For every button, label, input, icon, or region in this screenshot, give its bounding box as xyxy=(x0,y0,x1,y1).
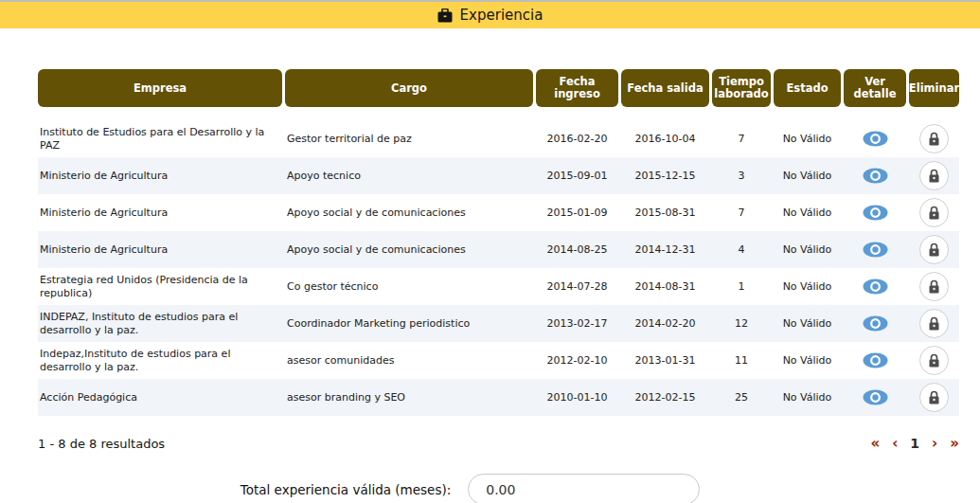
cell-tiempo-laborado: 12 xyxy=(712,314,771,334)
cell-eliminar xyxy=(909,120,959,157)
briefcase-icon xyxy=(437,9,453,23)
table-row: Ministerio de Agricultura Apoyo social y… xyxy=(38,194,959,231)
table-header-row: Empresa Cargo Fecha ingreso Fecha salida… xyxy=(38,69,959,107)
table-row: Ministerio de Agricultura Apoyo tecnico … xyxy=(38,157,959,194)
results-count-text: 1 - 8 de 8 resultados xyxy=(38,437,165,451)
column-header-ver-detalle: Ver detalle xyxy=(844,69,906,107)
cell-empresa: Estrategia red Unidos (Presidencia de la… xyxy=(38,270,282,304)
table-row: Acción Pedagógica asesor branding y SEO … xyxy=(38,379,959,416)
cell-fecha-salida: 2016-10-04 xyxy=(621,129,709,150)
cell-cargo: Co gestor técnico xyxy=(285,277,533,297)
cell-cargo: Gestor territorial de paz xyxy=(285,129,533,150)
eliminar-lock-button[interactable] xyxy=(919,161,949,190)
cell-cargo: Apoyo social y de comunicaciones xyxy=(285,240,533,260)
total-experience-input[interactable] xyxy=(468,474,700,503)
column-header-fecha-salida: Fecha salida xyxy=(621,69,709,107)
cell-empresa: Ministerio de Agricultura xyxy=(38,240,282,260)
eliminar-lock-button[interactable] xyxy=(919,124,949,153)
cell-ver-detalle xyxy=(844,164,906,188)
cell-fecha-ingreso: 2014-08-25 xyxy=(536,240,618,260)
cell-tiempo-laborado: 25 xyxy=(712,387,771,408)
ver-detalle-button[interactable] xyxy=(863,131,888,147)
cell-tiempo-laborado: 1 xyxy=(712,277,771,297)
lock-icon xyxy=(928,206,940,220)
cell-estado: No Válido xyxy=(774,277,841,297)
eye-icon xyxy=(863,131,888,147)
cell-ver-detalle xyxy=(844,201,906,225)
eliminar-lock-button[interactable] xyxy=(919,309,949,338)
column-header-eliminar: Eliminar xyxy=(909,69,959,107)
cell-fecha-salida: 2013-01-31 xyxy=(621,350,709,371)
pagination-last-button[interactable]: » xyxy=(950,437,959,451)
ver-detalle-button[interactable] xyxy=(863,242,888,258)
eliminar-lock-button[interactable] xyxy=(919,346,949,375)
table-body: Instituto de Estudios para el Desarrollo… xyxy=(38,120,959,416)
table-row: Ministerio de Agricultura Apoyo social y… xyxy=(38,231,959,268)
cell-ver-detalle xyxy=(844,312,906,335)
eye-icon xyxy=(863,242,888,258)
lock-icon xyxy=(928,279,940,294)
pagination-first-button[interactable]: « xyxy=(870,437,880,451)
cell-fecha-salida: 2014-02-20 xyxy=(621,314,709,334)
page-title: Experiencia xyxy=(460,7,543,24)
total-experience-bar: Total experiencia válida (meses): xyxy=(38,474,959,503)
cell-estado: No Válido xyxy=(774,350,841,371)
lock-icon xyxy=(928,132,940,146)
eliminar-lock-button[interactable] xyxy=(919,383,949,412)
cell-tiempo-laborado: 4 xyxy=(712,240,771,260)
cell-estado: No Válido xyxy=(774,129,841,150)
cell-fecha-salida: 2014-12-31 xyxy=(621,240,709,260)
ver-detalle-button[interactable] xyxy=(863,352,888,368)
cell-cargo: Coordinador Marketing periodistico xyxy=(285,314,533,334)
cell-estado: No Válido xyxy=(774,240,841,260)
ver-detalle-button[interactable] xyxy=(863,315,888,332)
cell-fecha-ingreso: 2015-01-09 xyxy=(536,203,618,224)
cell-empresa: Instituto de Estudios para el Desarrollo… xyxy=(38,122,282,156)
results-bar: 1 - 8 de 8 resultados « ‹ 1 › » xyxy=(38,437,959,451)
cell-ver-detalle xyxy=(844,275,906,298)
eliminar-lock-button[interactable] xyxy=(919,272,949,301)
cell-eliminar xyxy=(909,379,959,416)
eye-icon xyxy=(863,168,888,184)
cell-ver-detalle xyxy=(844,349,906,372)
cell-eliminar xyxy=(909,157,959,194)
cell-fecha-salida: 2012-02-15 xyxy=(621,387,709,408)
pagination-current-page[interactable]: 1 xyxy=(910,437,919,451)
cell-cargo: Apoyo social y de comunicaciones xyxy=(285,203,533,224)
cell-tiempo-laborado: 3 xyxy=(712,166,771,187)
cell-fecha-salida: 2014-08-31 xyxy=(621,277,709,297)
ver-detalle-button[interactable] xyxy=(863,389,888,405)
cell-estado: No Válido xyxy=(774,166,841,187)
eliminar-lock-button[interactable] xyxy=(919,198,949,227)
cell-fecha-ingreso: 2013-02-17 xyxy=(536,314,618,334)
cell-cargo: asesor branding y SEO xyxy=(285,387,533,408)
cell-estado: No Válido xyxy=(774,203,841,224)
table-row: Estrategia red Unidos (Presidencia de la… xyxy=(38,268,959,305)
cell-ver-detalle xyxy=(844,127,906,151)
ver-detalle-button[interactable] xyxy=(863,205,888,221)
cell-eliminar xyxy=(909,305,959,342)
column-header-fecha-ingreso: Fecha ingreso xyxy=(536,69,618,107)
lock-icon xyxy=(928,353,940,368)
cell-tiempo-laborado: 7 xyxy=(712,203,771,224)
cell-empresa: Ministerio de Agricultura xyxy=(38,203,282,224)
eliminar-lock-button[interactable] xyxy=(919,235,949,264)
cell-tiempo-laborado: 11 xyxy=(712,350,771,371)
cell-eliminar xyxy=(909,268,959,305)
cell-eliminar xyxy=(909,194,959,231)
cell-eliminar xyxy=(909,231,959,268)
cell-ver-detalle xyxy=(844,238,906,261)
page-header-bar: Experiencia xyxy=(0,2,980,28)
cell-empresa: Ministerio de Agricultura xyxy=(38,166,282,187)
ver-detalle-button[interactable] xyxy=(863,168,888,184)
eye-icon xyxy=(863,278,888,295)
eye-icon xyxy=(863,315,888,332)
column-header-empresa: Empresa xyxy=(38,69,282,107)
pagination-next-button[interactable]: › xyxy=(932,437,937,451)
pagination-prev-button[interactable]: ‹ xyxy=(892,437,898,451)
lock-icon xyxy=(928,316,940,331)
ver-detalle-button[interactable] xyxy=(863,278,888,295)
lock-icon xyxy=(928,169,940,183)
cell-fecha-ingreso: 2010-01-10 xyxy=(536,387,618,408)
cell-fecha-ingreso: 2014-07-28 xyxy=(536,277,618,297)
